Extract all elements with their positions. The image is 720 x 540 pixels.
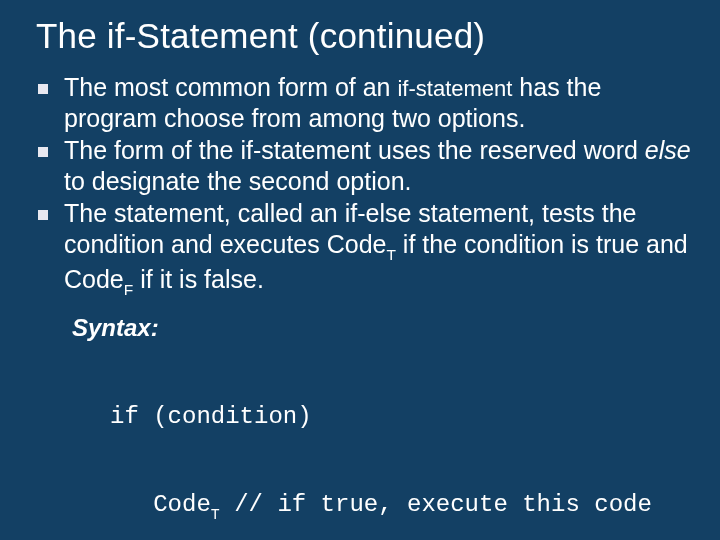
text: // if true, execute this code: [220, 491, 652, 518]
bullet-1-text: The most common form of an if-statement …: [64, 72, 700, 133]
syntax-heading: Syntax:: [72, 313, 700, 342]
bullet-icon: [38, 84, 48, 94]
bullet-2: The form of the if-statement uses the re…: [38, 135, 700, 196]
bullet-2-text: The form of the if-statement uses the re…: [64, 135, 700, 196]
text: The form of the if-statement uses the re…: [64, 136, 645, 164]
text: The most common form of an: [64, 73, 397, 101]
code-block: if (condition) CodeT // if true, execute…: [110, 344, 700, 540]
bullet-1: The most common form of an if-statement …: [38, 72, 700, 133]
subscript-f: F: [124, 281, 133, 298]
text: if it is false.: [133, 265, 264, 293]
slide-body: The most common form of an if-statement …: [0, 62, 720, 540]
code-line: CodeT // if true, execute this code: [110, 490, 700, 522]
keyword-else: else: [645, 136, 691, 164]
bullet-icon: [38, 147, 48, 157]
subscript-t: T: [386, 246, 395, 263]
text: Code: [110, 491, 211, 518]
slide-title: The if-Statement (continued): [0, 0, 720, 62]
bullet-3: The statement, called an if-else stateme…: [38, 198, 700, 298]
subscript-t: T: [211, 507, 220, 523]
code-line: if (condition): [110, 402, 700, 431]
bullet-3-text: The statement, called an if-else stateme…: [64, 198, 700, 298]
bullet-icon: [38, 210, 48, 220]
inline-code: if-statement: [397, 76, 512, 101]
text: to designate the second option.: [64, 167, 412, 195]
